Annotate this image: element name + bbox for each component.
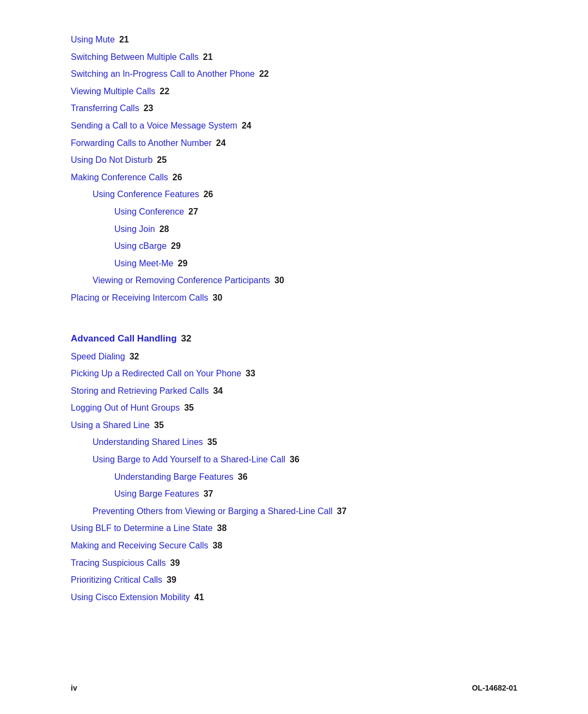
toc-link-making-secure[interactable]: Making and Receiving Secure Calls [71, 539, 209, 553]
toc-link-using-barge-features[interactable]: Using Barge Features [114, 487, 199, 501]
toc-page-using-mute: 21 [119, 33, 129, 47]
toc-link-switching-multiple[interactable]: Switching Between Multiple Calls [71, 50, 199, 64]
toc-row-using-conference: Using Conference 27 [71, 205, 517, 219]
toc-row-speed-dialing: Speed Dialing 32 [71, 350, 517, 364]
toc-row-using-mute: Using Mute 21 [71, 33, 517, 47]
toc-page-viewing-multiple: 22 [160, 84, 169, 99]
toc-row-using-cbarge: Using cBarge 29 [71, 239, 517, 253]
toc-page-making-secure: 38 [213, 539, 223, 553]
toc-link-using-barge-add[interactable]: Using Barge to Add Yourself to a Shared-… [93, 453, 285, 467]
toc-page-placing-intercom: 30 [213, 291, 223, 305]
toc-link-storing-retrieving[interactable]: Storing and Retrieving Parked Calls [71, 384, 209, 398]
toc-link-speed-dialing[interactable]: Speed Dialing [71, 350, 125, 364]
toc-link-understanding-shared[interactable]: Understanding Shared Lines [93, 435, 203, 449]
toc-row-making-secure: Making and Receiving Secure Calls 38 [71, 539, 517, 553]
toc-page-transferring: 23 [144, 101, 154, 115]
section-heading-advanced: Advanced Call Handling 32 [71, 333, 517, 344]
toc-link-using-mute[interactable]: Using Mute [71, 33, 115, 47]
toc-row-forwarding: Forwarding Calls to Another Number 24 [71, 136, 517, 150]
toc-row-using-join: Using Join 28 [71, 222, 517, 236]
toc-row-using-blf: Using BLF to Determine a Line State 38 [71, 521, 517, 535]
toc-link-switching-inprogress[interactable]: Switching an In-Progress Call to Another… [71, 67, 255, 81]
toc-row-using-barge-features: Using Barge Features 37 [71, 487, 517, 501]
toc-row-sending-voice: Sending a Call to a Voice Message System… [71, 119, 517, 133]
toc-page-picking-up: 33 [246, 367, 255, 381]
toc-link-using-conference[interactable]: Using Conference [114, 205, 184, 219]
toc-row-switching-inprogress: Switching an In-Progress Call to Another… [71, 67, 517, 81]
toc-row-using-meetme: Using Meet-Me 29 [71, 257, 517, 271]
toc-link-transferring[interactable]: Transferring Calls [71, 101, 139, 115]
toc-link-dnd[interactable]: Using Do Not Disturb [71, 153, 152, 167]
toc-row-storing-retrieving: Storing and Retrieving Parked Calls 34 [71, 384, 517, 398]
toc-page-prioritizing-critical: 39 [167, 573, 176, 587]
toc-page-using-cbarge: 29 [171, 239, 181, 253]
toc-link-understanding-barge[interactable]: Understanding Barge Features [114, 470, 234, 484]
toc-page-using-shared-line: 35 [154, 418, 164, 432]
toc-row-dnd: Using Do Not Disturb 25 [71, 153, 517, 167]
toc-page-using-blf: 38 [217, 521, 227, 535]
toc-page-preventing-others: 37 [337, 504, 347, 518]
toc-page-storing-retrieving: 34 [213, 384, 223, 398]
toc-page-tracing-suspicious: 39 [170, 556, 180, 570]
toc-row-using-barge-add: Using Barge to Add Yourself to a Shared-… [71, 453, 517, 467]
toc-row-logging-out-hunt: Logging Out of Hunt Groups 35 [71, 401, 517, 415]
section-heading-link-advanced[interactable]: Advanced Call Handling [71, 333, 177, 344]
toc-row-using-cisco-extension: Using Cisco Extension Mobility 41 [71, 590, 517, 605]
toc-link-sending-voice[interactable]: Sending a Call to a Voice Message System [71, 119, 237, 133]
toc-page-sending-voice: 24 [242, 119, 252, 133]
toc-link-prioritizing-critical[interactable]: Prioritizing Critical Calls [71, 573, 162, 587]
toc-row-viewing-removing: Viewing or Removing Conference Participa… [71, 273, 517, 288]
toc-row-making-conference: Making Conference Calls 26 [71, 170, 517, 185]
toc-page-speed-dialing: 32 [130, 350, 139, 364]
toc-row-understanding-barge: Understanding Barge Features 36 [71, 470, 517, 484]
toc-page-forwarding: 24 [216, 136, 226, 150]
toc-link-using-shared-line[interactable]: Using a Shared Line [71, 418, 150, 432]
toc-page-switching-multiple: 21 [203, 50, 213, 64]
toc-link-tracing-suspicious[interactable]: Tracing Suspicious Calls [71, 556, 166, 570]
toc-row-switching-multiple: Switching Between Multiple Calls 21 [71, 50, 517, 64]
toc-link-making-conference[interactable]: Making Conference Calls [71, 170, 168, 185]
toc-container: Using Mute 21 Switching Between Multiple… [71, 33, 517, 604]
toc-page-using-barge-features: 37 [204, 487, 213, 501]
toc-page-using-cisco-extension: 41 [194, 590, 204, 605]
toc-row-preventing-others: Preventing Others from Viewing or Bargin… [71, 504, 517, 518]
toc-page-dnd: 25 [157, 153, 167, 167]
toc-page-using-conf-features: 26 [204, 187, 213, 202]
toc-link-picking-up[interactable]: Picking Up a Redirected Call on Your Pho… [71, 367, 241, 381]
toc-link-logging-out-hunt[interactable]: Logging Out of Hunt Groups [71, 401, 180, 415]
footer-doc-id: OL-14682-01 [472, 684, 517, 692]
toc-link-using-meetme[interactable]: Using Meet-Me [114, 257, 173, 271]
section-heading-page-advanced: 32 [181, 333, 192, 344]
toc-link-using-cbarge[interactable]: Using cBarge [114, 239, 167, 253]
footer: iv OL-14682-01 [71, 684, 517, 692]
toc-row-picking-up: Picking Up a Redirected Call on Your Pho… [71, 367, 517, 381]
toc-page-making-conference: 26 [173, 170, 182, 185]
toc-link-forwarding[interactable]: Forwarding Calls to Another Number [71, 136, 212, 150]
toc-link-using-join[interactable]: Using Join [114, 222, 155, 236]
toc-page-using-barge-add: 36 [290, 453, 299, 467]
toc-link-preventing-others[interactable]: Preventing Others from Viewing or Bargin… [93, 504, 333, 518]
toc-row-viewing-multiple: Viewing Multiple Calls 22 [71, 84, 517, 99]
toc-page-understanding-shared: 35 [207, 435, 217, 449]
toc-link-using-cisco-extension[interactable]: Using Cisco Extension Mobility [71, 590, 190, 605]
toc-row-using-shared-line: Using a Shared Line 35 [71, 418, 517, 432]
toc-link-viewing-multiple[interactable]: Viewing Multiple Calls [71, 84, 155, 99]
toc-link-using-blf[interactable]: Using BLF to Determine a Line State [71, 521, 213, 535]
toc-link-placing-intercom[interactable]: Placing or Receiving Intercom Calls [71, 291, 209, 305]
toc-page-viewing-removing: 30 [274, 273, 284, 288]
footer-page-number: iv [71, 684, 77, 692]
toc-row-transferring: Transferring Calls 23 [71, 101, 517, 115]
toc-page-using-join: 28 [160, 222, 169, 236]
toc-row-understanding-shared: Understanding Shared Lines 35 [71, 435, 517, 449]
toc-link-using-conf-features[interactable]: Using Conference Features [93, 187, 199, 202]
toc-page-switching-inprogress: 22 [259, 67, 269, 81]
toc-link-viewing-removing[interactable]: Viewing or Removing Conference Participa… [93, 273, 270, 288]
toc-row-placing-intercom: Placing or Receiving Intercom Calls 30 [71, 291, 517, 305]
toc-page-using-meetme: 29 [177, 257, 187, 271]
toc-page-using-conference: 27 [188, 205, 198, 219]
toc-row-tracing-suspicious: Tracing Suspicious Calls 39 [71, 556, 517, 570]
toc-row-prioritizing-critical: Prioritizing Critical Calls 39 [71, 573, 517, 587]
toc-row-using-conf-features: Using Conference Features 26 [71, 187, 517, 202]
toc-page-logging-out-hunt: 35 [184, 401, 194, 415]
toc-page-understanding-barge: 36 [238, 470, 248, 484]
